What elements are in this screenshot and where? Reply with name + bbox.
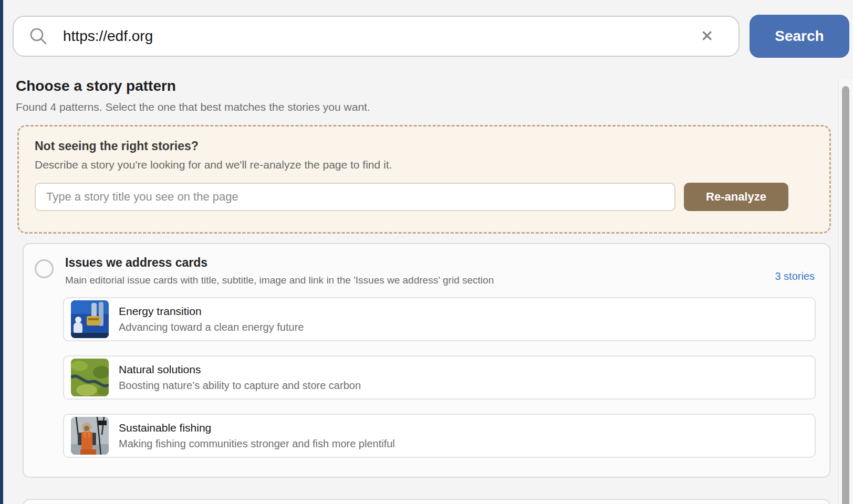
story-title: Energy transition [119, 305, 304, 318]
search-icon [28, 26, 48, 46]
story-title: Sustainable fishing [119, 422, 395, 434]
story-text: Sustainable fishing Making fishing commu… [119, 422, 395, 450]
story-row-energy-transition[interactable]: Energy transition Advancing toward a cle… [63, 297, 816, 341]
story-pattern-picker: { "search_bar": { "value": "https://edf.… [0, 0, 853, 504]
story-row-natural-solutions[interactable]: Natural solutions Boosting nature’s abil… [63, 355, 816, 400]
url-search-bar: ✕ [13, 16, 740, 57]
scrollbar-thumb[interactable] [842, 86, 849, 504]
reanalyze-row: Re-analyze [35, 183, 814, 211]
next-pattern-card-partial[interactable] [23, 499, 830, 504]
story-title-input[interactable] [35, 183, 675, 211]
sustainable-fishing-photo [71, 417, 109, 455]
story-row-sustainable-fishing[interactable]: Sustainable fishing Making fishing commu… [63, 414, 816, 458]
pattern-description: Main editorial issue cards with title, s… [65, 275, 775, 286]
story-list: Energy transition Advancing toward a cle… [63, 297, 816, 458]
reanalyze-button[interactable]: Re-analyze [684, 183, 788, 211]
story-text: Natural solutions Boosting nature’s abil… [119, 363, 361, 392]
scrollbar-track[interactable] [838, 79, 853, 504]
reanalyze-panel-description: Describe a story you're looking for and … [35, 159, 814, 171]
reanalyze-panel-title: Not seeing the right stories? [35, 139, 814, 153]
pattern-title: Issues we address cards [65, 256, 775, 270]
story-text: Energy transition Advancing toward a cle… [119, 305, 304, 333]
page-subtitle: Found 4 patterns. Select the one that be… [16, 101, 370, 113]
stories-count-link[interactable]: 3 stories [775, 270, 815, 282]
clear-icon[interactable]: ✕ [698, 27, 716, 46]
reanalyze-panel: Not seeing the right stories? Describe a… [17, 125, 831, 234]
window-left-border [0, 0, 3, 504]
story-subtitle: Boosting nature’s ability to capture and… [119, 380, 361, 392]
search-button[interactable]: Search [750, 15, 849, 58]
pattern-card-issues-we-address[interactable]: Issues we address cards Main editorial i… [23, 243, 830, 478]
story-subtitle: Making fishing communities stronger and … [119, 438, 395, 450]
energy-transition-photo [71, 300, 109, 338]
pattern-card-titles: Issues we address cards Main editorial i… [65, 256, 775, 286]
natural-solutions-photo [71, 359, 109, 396]
page-title: Choose a story pattern [16, 78, 176, 94]
story-subtitle: Advancing toward a clean energy future [119, 321, 304, 333]
url-input[interactable] [62, 27, 738, 45]
story-title: Natural solutions [119, 363, 361, 376]
pattern-card-header: Issues we address cards Main editorial i… [35, 256, 815, 286]
pattern-radio-button[interactable] [35, 259, 54, 278]
